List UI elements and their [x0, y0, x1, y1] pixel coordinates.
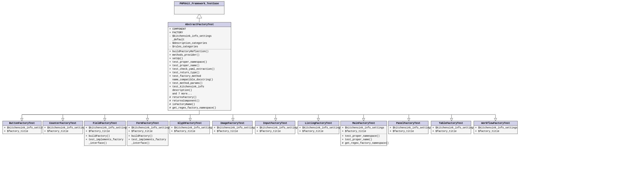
- svg-marker-25: [450, 118, 453, 121]
- counter-box: CounterFactoryTest + $kitchensink_info_s…: [43, 121, 83, 134]
- field-fields: + $kitchensink_info_settings + $factory_…: [84, 126, 125, 134]
- listing-title: ListingFactoryTest: [298, 121, 339, 126]
- form-methods: + buildFactory() + test_implements_facto…: [127, 134, 168, 146]
- main-methods: + test_proper_namespace() + test_proper_…: [341, 134, 387, 146]
- abstract-title: AbstractFactoryTest: [168, 22, 231, 27]
- workflow-fields: + $kitchensink_info_settings + $factory_…: [474, 126, 517, 134]
- phpunit-title: PHPUnit_Framework_TestCase: [174, 2, 224, 6]
- svg-marker-27: [494, 118, 497, 121]
- svg-marker-13: [189, 118, 191, 121]
- abstract-box: AbstractFactoryTest + COMPONENT + FACTOR…: [168, 22, 231, 111]
- arrows-svg: [0, 0, 644, 174]
- svg-marker-15: [232, 118, 234, 121]
- abstract-fields: + COMPONENT + FACTORY - $kitchensink_inf…: [168, 27, 231, 49]
- button-title: ButtonFactoryTest: [3, 121, 41, 126]
- main-title: MainFactoryTest: [341, 121, 387, 126]
- main-fields: + $kitchensink_info_settings + $factory_…: [341, 126, 387, 134]
- phpunit-box: PHPUnit_Framework_TestCase: [174, 1, 224, 14]
- svg-marker-11: [146, 118, 149, 121]
- table-title: TableFactoryTest: [431, 121, 471, 126]
- workflow-title: WorkflowFactoryTest: [474, 121, 517, 126]
- panel-title: PanelFactoryTest: [388, 121, 428, 126]
- glyph-box: GlyphFactoryTest + $kitchensink_info_set…: [170, 121, 210, 134]
- diagram-container: PHPUnit_Framework_TestCase AbstractFacto…: [0, 0, 644, 174]
- workflow-box: WorkflowFactoryTest + $kitchensink_info_…: [474, 121, 518, 134]
- glyph-title: GlyphFactoryTest: [170, 121, 210, 126]
- svg-marker-9: [104, 118, 106, 121]
- panel-fields: + $kitchensink_info_settings + $factory_…: [388, 126, 428, 134]
- panel-box: PanelFactoryTest + $kitchensink_info_set…: [388, 121, 428, 134]
- input-box: InputFactoryTest + $kitchensink_info_set…: [255, 121, 295, 134]
- button-box: ButtonFactoryTest + $kitchensink_info_se…: [3, 121, 41, 134]
- svg-marker-23: [408, 118, 410, 121]
- phpunit-section1: [174, 6, 224, 14]
- form-box: FormFactoryTest + $kitchensink_info_sett…: [127, 121, 168, 146]
- counter-title: CounterFactoryTest: [43, 121, 83, 126]
- form-title: FormFactoryTest: [127, 121, 168, 126]
- svg-marker-21: [362, 118, 365, 121]
- svg-marker-5: [21, 118, 23, 121]
- counter-fields: + $kitchensink_info_settings + $factory_…: [43, 126, 83, 134]
- svg-marker-17: [274, 118, 277, 121]
- image-box: ImageFactoryTest + $kitchensink_info_set…: [212, 121, 253, 134]
- field-title: FieldFactoryTest: [84, 121, 125, 126]
- svg-marker-7: [62, 118, 64, 121]
- table-box: TableFactoryTest + $kitchensink_info_set…: [431, 121, 471, 134]
- listing-fields: + $kitchensink_info_settings + $factory_…: [298, 126, 339, 134]
- svg-marker-1: [197, 14, 202, 18]
- table-fields: + $kitchensink_info_settings + $factory_…: [431, 126, 471, 134]
- input-title: InputFactoryTest: [255, 121, 295, 126]
- image-title: ImageFactoryTest: [213, 121, 252, 126]
- input-fields: + $kitchensink_info_settings + $factory_…: [255, 126, 295, 134]
- glyph-fields: + $kitchensink_info_settings + $factory_…: [170, 126, 210, 134]
- svg-marker-19: [317, 118, 320, 121]
- image-fields: + $kitchensink_info_settings + $factory_…: [213, 126, 252, 134]
- listing-box: ListingFactoryTest + $kitchensink_info_s…: [298, 121, 339, 134]
- field-box: FieldFactoryTest + $kitchensink_info_set…: [84, 121, 126, 146]
- field-methods: + buildFactory() + test_implements_facto…: [84, 134, 125, 146]
- form-fields: + $kitchensink_info_settings + $factory_…: [127, 126, 168, 134]
- button-fields: + $kitchensink_info_settings + $factory_…: [3, 126, 41, 134]
- main-box: MainFactoryTest + $kitchensink_info_sett…: [340, 121, 387, 146]
- abstract-methods: + buildFactoryReflection() + methods_pro…: [168, 49, 231, 110]
